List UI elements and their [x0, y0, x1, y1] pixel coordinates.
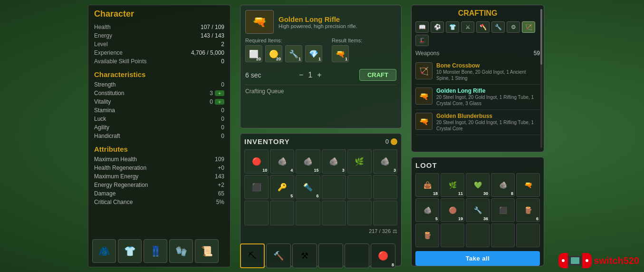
loot-title: LOOT — [415, 161, 540, 169]
hotbar-slot[interactable]: 🔴8 — [371, 243, 395, 268]
recipe-ingredients: 20 Steel Ingot, 20 Gold Ingot, 1 Rifling… — [436, 119, 540, 132]
equip-slot[interactable]: 🧤 — [169, 239, 193, 263]
loot-slot[interactable] — [441, 223, 464, 247]
loot-slot[interactable]: 🪨5 — [415, 198, 439, 222]
inventory-slot[interactable]: 🪨15 — [296, 149, 320, 174]
craft-tab[interactable]: 📖 — [415, 21, 429, 33]
craft-tab[interactable]: ⚙ — [507, 21, 520, 33]
characteristic-row[interactable]: Vitality 0 + — [94, 97, 224, 106]
char-label: Stamina — [94, 107, 115, 114]
inventory-slot[interactable]: ⬛ — [244, 175, 269, 199]
attr-label: Damage — [94, 190, 115, 197]
equip-slot[interactable]: 🧥 — [92, 239, 116, 263]
craft-tab[interactable]: 🔧 — [491, 21, 505, 33]
result-label: Result Items: — [332, 38, 362, 43]
loot-slot[interactable] — [491, 223, 515, 247]
result-section: Result Items: 🔫 1 — [332, 38, 362, 66]
hotbar-slot[interactable]: ⚒ — [292, 243, 317, 268]
char-label: Agility — [94, 124, 109, 131]
loot-slot[interactable]: 👜18 — [415, 173, 439, 197]
recipe-item[interactable]: 🏹 Bone Crossbow 10 Monster Bone, 20 Gold… — [415, 59, 540, 85]
inventory-slot[interactable] — [347, 201, 372, 225]
hotbar-slot[interactable] — [318, 243, 343, 268]
loot-slot[interactable] — [466, 223, 490, 247]
take-all-button[interactable]: Take all — [415, 251, 540, 266]
qty-plus[interactable]: + — [317, 71, 321, 79]
loot-slot[interactable]: 🪵 — [415, 223, 439, 247]
attr-label: Maximum Energy — [94, 173, 138, 180]
inventory-slot[interactable] — [322, 175, 346, 199]
char-badge[interactable]: + — [215, 90, 224, 96]
loot-slot[interactable]: 🔫 — [516, 173, 540, 197]
item-desc: High powered, high precision rifle. — [279, 23, 357, 29]
recipe-ingredients: 10 Monster Bone, 20 Gold Ingot, 1 Ancien… — [436, 69, 540, 81]
recipe-item[interactable]: 🔫 Golden Long Rifle 20 Steel Ingot, 20 G… — [415, 85, 540, 110]
loot-slot[interactable]: 🔧36 — [466, 198, 490, 222]
crafting-tabs[interactable]: 📖⚽👕⚔🪓🔧⚙🏹🎩 — [415, 21, 540, 46]
craft-tab[interactable]: 🪓 — [476, 21, 490, 33]
loot-slot[interactable]: 🟤19 — [441, 198, 464, 222]
equip-slot[interactable]: 📜 — [195, 239, 219, 263]
coin-icon — [391, 138, 397, 145]
inventory-slot[interactable] — [244, 201, 269, 225]
switch-logo — [558, 253, 592, 268]
craft-tab[interactable]: 🏹 — [522, 21, 535, 33]
experience-stat: Experience 4,706 / 5,000 — [94, 49, 224, 57]
inventory-slot[interactable]: 🔑5 — [270, 175, 294, 199]
loot-grid: 👜18🌿11💚30🪨8🔫🪨5🟤19🔧36⬛🪵6🪵 — [415, 173, 540, 247]
inventory-slot[interactable] — [270, 201, 294, 225]
inventory-grid[interactable]: 🔴10🪨4🪨15🪨3🌿🪨3⬛🔑5🔦6 — [244, 149, 397, 225]
health-stat: Health 107 / 109 — [94, 23, 224, 31]
coins-value: 0 — [385, 138, 389, 145]
weapons-label: Weapons — [415, 50, 439, 57]
inventory-slot[interactable]: 🔦6 — [296, 175, 320, 199]
item-header: 🔫 Golden Long Rifle High powered, high p… — [245, 10, 396, 34]
inventory-slot[interactable] — [373, 175, 397, 199]
inventory-header: INVENTORY 0 — [244, 137, 397, 146]
crafting-scrollbar[interactable] — [540, 9, 542, 148]
char-badge[interactable]: + — [215, 99, 224, 105]
equip-slot[interactable]: 👕 — [118, 239, 142, 263]
characteristic-row[interactable]: Constitution 3 + — [94, 89, 224, 97]
characteristic-row[interactable]: Strength 0 — [94, 80, 224, 89]
characteristic-row[interactable]: Handicraft 0 — [94, 132, 224, 140]
char-value: 0 — [221, 116, 224, 122]
characteristic-row[interactable]: Agility 0 — [94, 123, 224, 132]
loot-slot[interactable]: 💚30 — [466, 173, 490, 197]
switch-brand-text: switch520 — [594, 255, 639, 266]
attr-label: Energy Regeneration — [94, 182, 148, 188]
attr-label: Maximum Health — [94, 156, 137, 163]
characteristic-row[interactable]: Stamina 0 — [94, 106, 224, 115]
inventory-slot[interactable]: 🪨3 — [373, 149, 397, 174]
loot-slot[interactable]: ⬛ — [491, 198, 515, 222]
recipe-info: Golden Long Rifle 20 Steel Ingot, 20 Gol… — [436, 87, 540, 107]
craft-tab[interactable]: ⚔ — [461, 21, 474, 33]
characteristic-row[interactable]: Luck 0 — [94, 115, 224, 123]
inventory-slot[interactable]: 🔴10 — [244, 149, 269, 174]
equip-slot[interactable]: 👖 — [144, 239, 167, 263]
char-value: 3 — [210, 90, 213, 97]
qty-minus[interactable]: − — [299, 71, 303, 79]
required-section: Required Items: ⬜20🟡20🔧1💎1 — [245, 38, 322, 66]
craft-button[interactable]: CRAFT — [359, 69, 396, 81]
required-label: Required Items: — [245, 38, 322, 43]
inventory-slot[interactable]: 🪨4 — [270, 149, 294, 174]
inventory-slot[interactable]: 🌿 — [347, 149, 372, 174]
loot-slot[interactable]: 🪵6 — [516, 198, 540, 222]
loot-slot[interactable]: 🪨8 — [491, 173, 515, 197]
loot-slot[interactable] — [516, 223, 540, 247]
inventory-slot[interactable]: 🪨3 — [322, 149, 346, 174]
recipe-item[interactable]: 🔫 Golden Blunderbuss 20 Steel Ingot, 20 … — [415, 110, 540, 135]
inventory-slot[interactable] — [373, 201, 397, 225]
craft-tab[interactable]: 🎩 — [415, 35, 429, 46]
loot-slot[interactable]: 🌿11 — [441, 173, 464, 197]
craft-tab[interactable]: 👕 — [446, 21, 459, 33]
inventory-slot[interactable] — [296, 201, 320, 225]
hotbar-slot[interactable]: 🔨 — [266, 243, 291, 268]
craft-tab[interactable]: ⚽ — [431, 21, 444, 33]
inventory-slot[interactable] — [322, 201, 346, 225]
inventory-slot[interactable] — [347, 175, 372, 199]
coins-display: 0 — [385, 138, 397, 145]
hotbar-slot[interactable] — [345, 243, 369, 268]
hotbar-slot[interactable]: ⛏ — [240, 243, 265, 268]
